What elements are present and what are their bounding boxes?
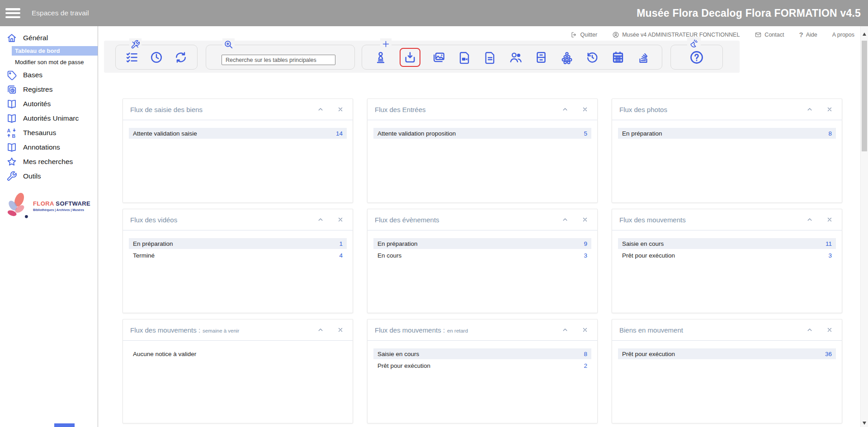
scrollbar-thumb[interactable] <box>862 41 867 151</box>
sidebar-item-label: Thesaurus <box>23 129 56 137</box>
widget-row[interactable]: En préparation8 <box>618 128 836 139</box>
widget-row[interactable]: Aucune notice à valider <box>129 348 347 359</box>
close-widget-button[interactable] <box>337 216 344 223</box>
widget-row[interactable]: Saisie en cours8 <box>373 348 591 359</box>
book-icon <box>6 113 17 124</box>
sidebar-item-label: Autorités Unimarc <box>23 114 79 122</box>
close-widget-button[interactable] <box>337 106 344 113</box>
collapse-widget-button[interactable] <box>317 106 324 113</box>
sidebar-item-thesaurus[interactable]: ABThesaurus <box>0 127 98 139</box>
close-widget-button[interactable] <box>582 216 588 223</box>
aide-button[interactable]: ? Aide <box>799 31 817 38</box>
highlighted-tool[interactable] <box>400 48 420 67</box>
close-widget-button[interactable] <box>826 106 833 113</box>
user-menu[interactable]: Musée v4 ADMINISTRATEUR FONCTIONNEL <box>612 31 740 38</box>
row-count[interactable]: 8 <box>828 130 832 137</box>
widget-row[interactable]: Saisie en cours11 <box>618 238 836 249</box>
row-count[interactable]: 4 <box>339 252 343 259</box>
widget-row[interactable]: Attente validation saisie14 <box>129 128 347 139</box>
sidebar-item-general[interactable]: Général <box>0 32 98 44</box>
widget-row[interactable]: Terminé4 <box>129 250 347 261</box>
close-widget-button[interactable] <box>826 216 833 223</box>
main-search-input[interactable] <box>222 55 335 65</box>
calendar-icon[interactable] <box>611 51 625 64</box>
widget-header: Flux des photos <box>612 99 842 120</box>
question-icon: ? <box>799 31 803 38</box>
widget-row[interactable]: Attente validation proposition5 <box>373 128 591 139</box>
collapse-widget-button[interactable] <box>562 327 568 333</box>
widget-row[interactable]: Prêt pour exécution3 <box>618 250 836 261</box>
refresh-icon[interactable] <box>174 51 188 64</box>
sidebar-nav: GénéralTableau de bordModifier son mot d… <box>0 26 98 182</box>
cluster-icon[interactable] <box>560 51 574 64</box>
collapse-widget-button[interactable] <box>317 216 324 223</box>
document-icon[interactable] <box>483 51 497 64</box>
images-icon[interactable] <box>432 51 446 64</box>
widget-title: Flux de saisie des biens <box>130 106 317 113</box>
vertical-scrollbar[interactable] <box>860 26 868 427</box>
row-count[interactable]: 3 <box>828 252 832 259</box>
clock-icon[interactable] <box>150 51 163 64</box>
row-count[interactable]: 8 <box>584 351 587 357</box>
close-widget-button[interactable] <box>582 106 588 113</box>
workspace-label[interactable]: Espaces de travail <box>32 0 89 26</box>
apropos-label: A propos <box>832 32 854 38</box>
row-count[interactable]: 11 <box>826 240 832 247</box>
scrollbar-up-button[interactable] <box>863 33 866 36</box>
sidebar-item-label: Outils <box>23 172 41 180</box>
toolbar-group-search <box>206 45 355 70</box>
people-icon[interactable] <box>509 51 523 64</box>
sidebar-item-autorites-unimarc[interactable]: Autorités Unimarc <box>0 112 98 124</box>
cabinet-icon[interactable] <box>534 51 548 64</box>
row-count[interactable]: 14 <box>336 130 343 137</box>
sidebar-item-autorites[interactable]: Autorités <box>0 98 98 110</box>
video-file-icon[interactable] <box>458 51 472 64</box>
flora-petals-icon <box>4 192 29 220</box>
dashboard-grid: Flux de saisie des biens Attente validat… <box>123 99 842 423</box>
statue-icon[interactable] <box>374 51 387 64</box>
contact-button[interactable]: Contact <box>755 31 784 38</box>
close-widget-button[interactable] <box>582 327 588 333</box>
menu-button[interactable] <box>5 8 20 18</box>
row-count[interactable]: 36 <box>825 351 832 357</box>
question-circle-icon[interactable] <box>689 50 704 65</box>
collapse-widget-button[interactable] <box>807 106 813 113</box>
collapse-widget-button[interactable] <box>562 216 568 223</box>
collapse-widget-button[interactable] <box>562 106 568 113</box>
widget-row[interactable]: En préparation9 <box>373 238 591 249</box>
apropos-button[interactable]: A propos <box>832 32 854 38</box>
widget-row[interactable]: Prêt pour exécution2 <box>373 360 591 371</box>
collapse-widget-button[interactable] <box>807 216 813 223</box>
sidebar-item-bases[interactable]: Bases <box>0 69 98 81</box>
checklist-icon[interactable] <box>125 51 139 64</box>
widget-row[interactable]: En cours3 <box>373 250 591 261</box>
user-label: Musée v4 ADMINISTRATEUR FONCTIONNEL <box>622 32 740 38</box>
tag-icon <box>6 70 17 80</box>
stack-icon[interactable] <box>637 51 650 64</box>
widget-row[interactable]: Prêt pour exécution36 <box>618 348 836 359</box>
row-count[interactable]: 3 <box>584 252 587 259</box>
sidebar-hscroll-thumb[interactable] <box>54 423 75 427</box>
collapse-widget-button[interactable] <box>317 327 324 333</box>
sidebar-item-outils[interactable]: Outils <box>0 170 98 182</box>
widget-row[interactable]: En préparation1 <box>129 238 347 249</box>
row-count[interactable]: 2 <box>584 362 587 369</box>
sidebar-item-modifier-son-mot-de-passe[interactable]: Modifier son mot de passe <box>12 57 98 67</box>
sidebar-item-registres[interactable]: Registres <box>0 83 98 95</box>
widget-body: Attente validation proposition5 <box>368 120 597 139</box>
home-icon <box>6 33 17 43</box>
import-tray-icon[interactable] <box>403 51 417 64</box>
sidebar-item-tableau-de-bord[interactable]: Tableau de bord <box>12 46 98 56</box>
book-icon <box>6 99 17 109</box>
history-icon[interactable] <box>585 51 599 64</box>
row-count[interactable]: 1 <box>339 240 343 247</box>
row-count[interactable]: 9 <box>584 240 587 247</box>
close-widget-button[interactable] <box>337 327 344 333</box>
sidebar-item-mes-recherches[interactable]: Mes recherches <box>0 155 98 168</box>
row-count[interactable]: 5 <box>584 130 587 137</box>
sidebar-item-annotations[interactable]: Annotations <box>0 141 98 153</box>
close-widget-button[interactable] <box>826 327 833 333</box>
scrollbar-down-button[interactable] <box>863 422 866 425</box>
quitter-button[interactable]: Quitter <box>571 31 598 38</box>
collapse-widget-button[interactable] <box>807 327 813 333</box>
